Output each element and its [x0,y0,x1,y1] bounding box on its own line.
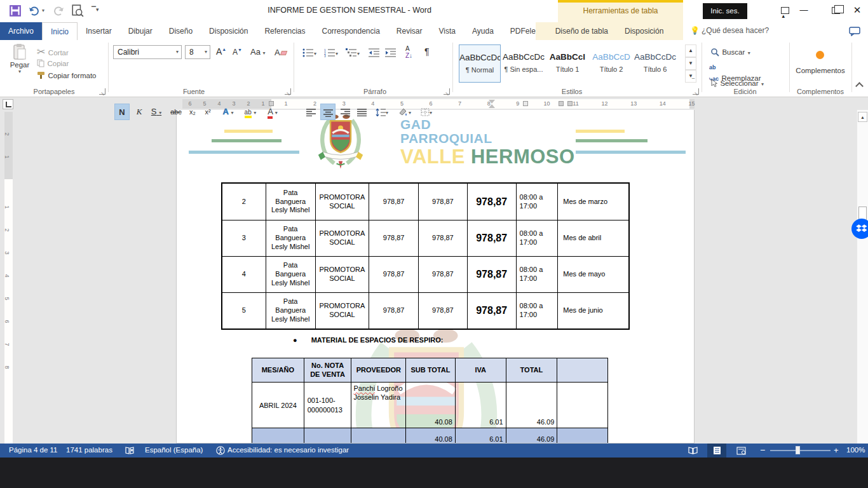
tab-diseño[interactable]: Diseño [161,22,201,40]
styles-scroll-up-icon[interactable]: ▲ [685,44,696,57]
first-line-indent-marker[interactable] [489,100,495,104]
clipboard-dialog-launcher[interactable] [99,88,105,95]
text-effects-button[interactable]: A ▾ [219,104,238,120]
styles-more-icon[interactable]: ▼̲ [685,70,696,83]
font-dialog-launcher[interactable] [285,88,291,95]
collapse-ribbon-icon[interactable] [855,82,864,90]
hanging-indent-marker[interactable] [489,104,495,108]
align-left-button[interactable] [304,104,318,120]
style-preview: AaBbCcD [590,52,632,62]
accessibility-status[interactable]: Accesibilidad: es necesario investigar [227,446,349,454]
payments-table[interactable]: 2Pata Banguera Lesly MishelPROMOTORA SOC… [221,182,630,330]
format-painter-button[interactable]: Copiar formato [37,69,97,81]
word-count[interactable]: 1741 palabras [66,446,112,454]
zoom-out-button[interactable]: − [760,445,765,455]
ruler-table-marker[interactable] [559,101,564,106]
zoom-in-button[interactable]: + [834,445,839,455]
restore-button[interactable] [824,0,848,20]
change-case-button[interactable]: Aa ▾ [250,47,266,57]
tab-correspondencia[interactable]: Correspondencia [313,22,388,40]
ruler-table-marker[interactable] [523,101,528,106]
table-row: 4Pata Banguera Lesly MishelPROMOTORA SOC… [222,256,628,292]
vertical-scrollbar[interactable]: ▲ [857,110,868,444]
style-título-2[interactable]: AaBbCcDTítulo 2 [590,44,632,83]
superscript-button[interactable]: x² [201,104,215,120]
justify-button[interactable] [355,104,369,120]
addins-button[interactable]: Complementos [792,67,849,74]
sign-in-button[interactable]: Inic. ses. [703,3,747,19]
find-button[interactable]: Buscar ▾ [710,46,750,57]
materials-table[interactable]: MES/AÑONo. NOTA DE VENTAPROVEEDORSUB TOT… [252,358,608,444]
paragraph-dialog-launcher[interactable] [444,88,450,95]
tab-referencias[interactable]: Referencias [256,22,313,40]
close-button[interactable]: ✕ [845,0,868,20]
zoom-level[interactable]: 100% [846,446,865,454]
font-color-button[interactable]: A ▾ [263,104,282,120]
contextual-tab-disposición[interactable]: Disposición [616,22,672,40]
ruler-number: 4 [4,274,10,277]
tab-selector[interactable] [3,99,13,109]
increase-indent-button[interactable] [385,46,397,58]
zoom-slider[interactable] [770,450,831,451]
style-título-6[interactable]: AaBbCcDcTítulo 6 [634,44,676,83]
document-canvas[interactable]: GAD PARROQUIAL VALLE HERMOSO [0,110,857,444]
tab-dibujar[interactable]: Dibujar [120,22,161,40]
table-cell: 4 [222,257,266,292]
proofing-icon[interactable] [125,447,134,454]
accessibility-icon[interactable] [216,446,225,455]
highlight-button[interactable]: ab ▾ [240,104,261,120]
bold-button[interactable]: N [114,104,130,120]
gad-crest-logo [299,111,382,172]
ruler-table-marker[interactable] [567,101,573,106]
tab-disposición[interactable]: Disposición [201,22,256,40]
bullets-button[interactable]: ▾ [302,46,316,58]
tab-inicio[interactable]: Inicio [42,22,78,40]
styles-scroll-down-icon[interactable]: ▼ [685,57,696,70]
tab-vista[interactable]: Vista [431,22,464,40]
tab-insertar[interactable]: Insertar [78,22,120,40]
line-spacing-button[interactable]: ▾ [372,104,391,120]
styles-dialog-launcher[interactable] [693,88,699,95]
shrink-font-button[interactable]: A▼ [233,48,242,57]
sort-button[interactable]: AZ↓ [405,45,412,59]
tab-ayuda[interactable]: Ayuda [464,22,502,40]
multilevel-list-button[interactable]: ▾ [346,46,360,58]
decrease-indent-button[interactable] [369,46,380,58]
contextual-tab-diseño-de-tabla[interactable]: Diseño de tabla [547,22,616,40]
subscript-button[interactable]: x₂ [186,104,200,120]
paste-button[interactable]: Pegar ▾ [5,43,34,83]
scroll-up-icon[interactable]: ▲ [858,112,867,122]
grow-font-button[interactable]: A▲ [216,46,226,57]
tab-archivo[interactable]: Archivo [0,22,42,40]
borders-button[interactable]: ▾ [417,104,436,120]
style-sin-espa[interactable]: AaBbCcDc¶ Sin espa... [503,44,545,83]
tab-revisar[interactable]: Revisar [388,22,431,40]
font-size-combobox[interactable]: 8▾ [185,45,210,59]
web-layout-icon[interactable] [731,444,750,458]
minimize-button[interactable]: — [792,0,816,20]
align-right-button[interactable] [338,104,352,120]
strikethrough-button[interactable]: abc [168,104,184,120]
align-center-button[interactable] [320,104,336,120]
dropbox-badge-icon[interactable] [851,219,868,239]
document-page[interactable]: GAD PARROQUIAL VALLE HERMOSO [176,110,695,444]
clear-formatting-button[interactable]: A [275,46,287,58]
shading-button[interactable]: ▾ [395,104,414,120]
table-cell: 978,87 [418,293,467,329]
numbering-button[interactable]: 123▾ [324,46,338,58]
zoom-slider-thumb[interactable] [796,446,800,454]
style-título-1[interactable]: AaBbCcITítulo 1 [546,44,588,83]
print-layout-icon[interactable] [707,444,726,458]
style-normal[interactable]: AaBbCcDc¶ Normal [459,44,501,83]
italic-button[interactable]: K [132,104,146,120]
read-mode-icon[interactable] [683,444,702,458]
font-family-combobox[interactable]: Calibri▾ [113,45,182,59]
feedback-icon[interactable] [849,27,860,36]
page-indicator[interactable]: Página 4 de 11 [9,446,58,454]
vertical-ruler[interactable]: 2112345678 [4,112,13,444]
underline-button[interactable]: S ▾ [147,104,165,120]
select-button[interactable]: Seleccionar ▾ [710,77,764,88]
language-indicator[interactable]: Español (España) [145,446,203,454]
show-marks-button[interactable]: ¶ [424,46,430,57]
tell-me-box[interactable]: ¿Qué desea hacer? [702,26,769,35]
